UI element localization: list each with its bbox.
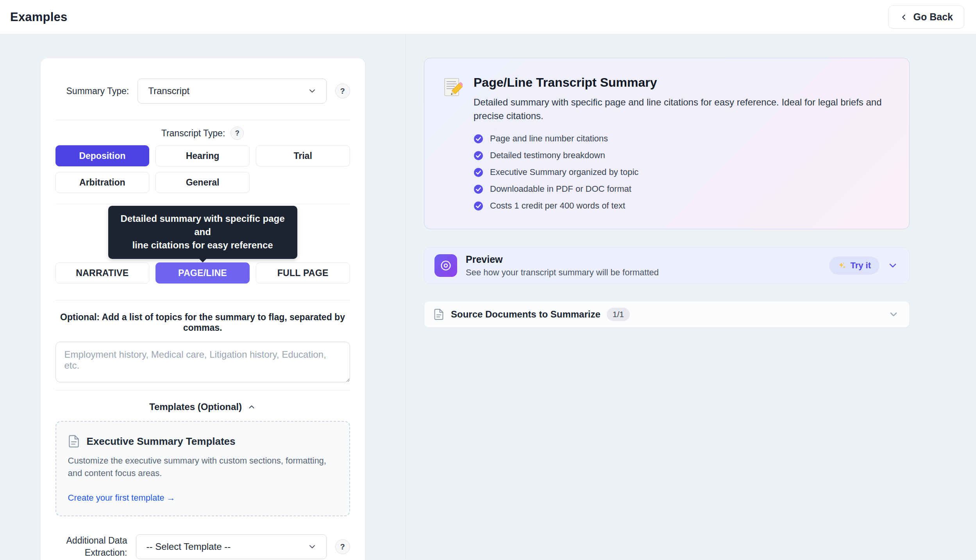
preview-panel[interactable]: Preview See how your transcript summary … [424,247,910,284]
chevron-down-icon[interactable] [887,260,898,271]
preview-subtitle: See how your transcript summary will be … [466,268,659,278]
topics-label: Optional: Add a list of topics for the s… [55,312,350,333]
summary-type-label: Summary Type: [66,86,129,96]
try-it-button[interactable]: Try it [829,257,879,275]
summary-type-select[interactable]: Transcript [138,78,326,103]
file-icon [434,309,444,320]
transcript-type-hearing[interactable]: Hearing [156,145,250,166]
check-circle-icon [474,201,483,211]
transcript-type-help-icon[interactable]: ? [231,127,244,140]
data-extraction-value: -- Select Template -- [147,541,231,552]
templates-section-toggle[interactable]: Templates (Optional) [55,401,350,412]
data-extraction-help-icon[interactable]: ? [335,539,350,554]
left-column: Summary Type: Transcript ? Transcript Ty… [0,34,406,560]
chevron-down-icon [307,542,317,551]
chevron-down-icon[interactable] [888,309,899,320]
tooltip-arrow [199,259,206,262]
feature-item: Detailed testimony breakdown [474,150,888,161]
feature-item: Executive Summary organized by topic [474,167,888,177]
source-documents-title: Source Documents to Summarize [451,309,601,320]
content-area: Summary Type: Transcript ? Transcript Ty… [0,34,976,560]
executive-templates-box: Executive Summary Templates Customize th… [55,421,350,516]
executive-templates-title: Executive Summary Templates [87,435,236,448]
topics-input[interactable] [55,342,350,382]
transcript-type-trial[interactable]: Trial [256,145,350,166]
format-narrative[interactable]: NARRATIVE [55,262,150,284]
page-title: Examples [10,10,67,24]
transcript-type-row: Transcript Type: ? [55,127,350,140]
summary-form-card: Summary Type: Transcript ? Transcript Ty… [40,58,365,560]
chevron-down-icon [307,86,317,96]
summary-type-row: Summary Type: Transcript ? [55,75,350,103]
transcript-type-arbitration[interactable]: Arbitration [55,172,150,193]
format-tooltip-zone: Detailed summary with specific page and … [55,206,350,262]
feature-item: Costs 1 credit per 400 words of text [474,201,888,211]
summary-info-description: Detailed summary with specific page and … [474,95,888,123]
memo-pencil-icon [443,77,463,98]
source-documents-count-badge: 1/1 [607,308,630,321]
preview-title: Preview [466,254,659,265]
feature-list: Page and line number citations Detailed … [474,134,888,211]
data-extraction-select[interactable]: -- Select Template -- [136,534,327,559]
eye-icon [434,254,457,277]
transcript-type-label: Transcript Type: [161,128,225,139]
right-column: Page/Line Transcript Summary Detailed su… [406,34,976,560]
go-back-button[interactable]: Go Back [888,5,964,29]
source-documents-panel[interactable]: Source Documents to Summarize 1/1 [424,301,910,328]
try-it-label: Try it [850,260,871,271]
create-template-link[interactable]: Create your first template → [68,493,175,503]
summary-info-card: Page/Line Transcript Summary Detailed su… [424,58,910,229]
summary-type-help-icon[interactable]: ? [335,84,350,98]
chevron-left-icon [899,13,908,21]
check-circle-icon [474,184,483,194]
transcript-type-deposition[interactable]: Deposition [55,145,150,166]
summary-format-options: NARRATIVE PAGE/LINE FULL PAGE [55,262,350,284]
summary-info-title: Page/Line Transcript Summary [474,75,888,90]
check-circle-icon [474,168,483,177]
templates-section-label: Templates (Optional) [149,401,242,412]
format-full-page[interactable]: FULL PAGE [256,262,350,284]
format-page-line[interactable]: PAGE/LINE [156,262,250,284]
tooltip-line-1: Detailed summary with specific page and [118,212,288,239]
go-back-label: Go Back [913,11,953,23]
top-bar: Examples Go Back [0,0,976,34]
executive-templates-description: Customize the executive summary with cus… [68,455,338,480]
divider [55,390,350,391]
divider [55,204,350,204]
summary-type-value: Transcript [148,86,189,96]
tooltip-line-2: line citations for easy reference [118,239,288,252]
check-circle-icon [474,134,483,144]
data-extraction-label: Additional Data Extraction: [66,535,127,559]
divider [55,300,350,300]
sparkle-icon [838,261,846,270]
chevron-up-icon [247,403,256,411]
format-tooltip: Detailed summary with specific page and … [108,206,297,259]
feature-item: Page and line number citations [474,134,888,144]
check-circle-icon [474,151,483,161]
divider [55,120,350,120]
transcript-type-general[interactable]: General [156,172,250,193]
transcript-type-options: Deposition Hearing Trial Arbitration Gen… [55,145,350,193]
feature-item: Downloadable in PDF or DOC format [474,184,888,194]
data-extraction-row: Additional Data Extraction: -- Select Te… [55,534,350,559]
document-icon [68,435,80,448]
